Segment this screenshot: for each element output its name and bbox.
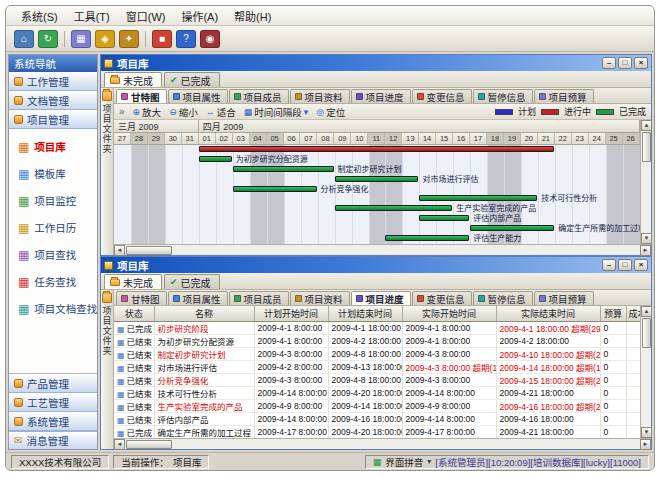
column-header[interactable]: 状态 xyxy=(114,306,154,321)
vertical-scrollbar[interactable]: ▲▼ xyxy=(640,306,651,438)
gantt-bar[interactable] xyxy=(335,176,419,182)
horizontal-scrollbar[interactable]: ◄► xyxy=(114,438,651,449)
view-tab-members[interactable]: 项目成员 xyxy=(229,89,289,103)
sidebar-section-doc-mgmt[interactable]: 文档管理 xyxy=(9,91,97,110)
view-tab-pauses[interactable]: 暂停信息 xyxy=(473,291,533,305)
sidebar-section-process-mgmt[interactable]: 工艺管理 xyxy=(9,393,97,412)
column-header[interactable]: 预算 xyxy=(600,306,626,321)
zoom-out-button[interactable]: ⊖缩小 xyxy=(169,105,198,119)
menu-item[interactable]: 帮助(H) xyxy=(227,6,278,26)
scroll-up-icon[interactable]: ▲ xyxy=(641,120,652,131)
task-row[interactable]: ▦已结束生产实验室完成的产品2009-4-9 8:00:002009-4-14 … xyxy=(114,399,640,412)
sidebar-item-project-search[interactable]: ▦项目查找 xyxy=(9,241,97,268)
view-tab-pauses[interactable]: 暂停信息 xyxy=(473,89,533,103)
view-tab-progress[interactable]: 项目进度 xyxy=(351,291,411,305)
time-interval-button[interactable]: ▦时间间隔段▾ xyxy=(244,105,309,119)
help-icon[interactable]: ? xyxy=(176,30,196,48)
window-titlebar[interactable]: 项目库–□× xyxy=(101,257,651,273)
ime-label[interactable]: 界面拼音 xyxy=(385,455,423,469)
view-tab-budget[interactable]: 项目预算 xyxy=(534,291,594,305)
sidebar-item-task-search[interactable]: ▦任务查找 xyxy=(9,268,97,295)
gantt-bar[interactable] xyxy=(419,215,469,221)
view-tab-materials[interactable]: 项目资料 xyxy=(290,89,350,103)
view-tab-properties[interactable]: 项目属性 xyxy=(168,291,228,305)
window-titlebar[interactable]: 项目库–□× xyxy=(101,55,651,71)
menu-item[interactable]: 工具(T) xyxy=(67,6,117,26)
gantt-bar[interactable] xyxy=(385,235,469,241)
task-row[interactable]: ▦已结束制定初步研究计划2009-4-3 8:00:002009-4-8 18:… xyxy=(114,347,640,360)
sidebar-section-product-mgmt[interactable]: 产品管理 xyxy=(9,374,97,393)
scroll-down-icon[interactable]: ▼ xyxy=(641,233,652,244)
close-button[interactable]: × xyxy=(634,259,648,271)
scroll-thumb[interactable] xyxy=(126,440,172,449)
maximize-button[interactable]: □ xyxy=(618,259,632,271)
task-row[interactable]: ▦已完成初步研究阶段2009-4-1 8:00:002009-4-1 18:00… xyxy=(114,321,640,334)
gantt-bar[interactable] xyxy=(419,195,537,201)
task-row[interactable]: ▦已结束对市场进行评估2009-4-2 8:00:002009-4-13 18:… xyxy=(114,360,640,373)
vertical-tab[interactable]: 项目文件夹 xyxy=(101,290,114,449)
menu-item[interactable]: 系统(S) xyxy=(14,6,65,26)
exit-icon[interactable]: ◉ xyxy=(200,30,220,48)
scroll-down-icon[interactable]: ▼ xyxy=(641,427,652,438)
gantt-bar[interactable] xyxy=(199,146,554,152)
stop-icon[interactable]: ■ xyxy=(152,30,172,48)
key-icon[interactable]: ✦ xyxy=(119,30,139,48)
windows-icon[interactable]: ▦ xyxy=(71,30,91,48)
gantt-bar[interactable] xyxy=(335,205,453,211)
folder-tab-unfinished[interactable]: 未完成 xyxy=(104,274,162,289)
sidebar-header[interactable]: 系统导航 xyxy=(9,55,97,72)
scroll-left-icon[interactable]: ◄ xyxy=(114,439,125,450)
sidebar-item-project-doc-search[interactable]: ▦项目文档查找 xyxy=(9,295,97,322)
scroll-left-icon[interactable]: ◄ xyxy=(114,245,125,256)
task-row[interactable]: ▦已完成确定生产所需的加工过程2009-4-17 8:00:002009-4-2… xyxy=(114,425,640,438)
task-row[interactable]: ▦已结束技术可行性分析2009-4-14 8:00:002009-4-20 18… xyxy=(114,386,640,399)
scroll-right-icon[interactable]: ► xyxy=(640,439,651,450)
gantt-bar[interactable] xyxy=(233,186,317,192)
column-header[interactable]: 计划结束时间 xyxy=(328,306,402,321)
view-tab-properties[interactable]: 项目属性 xyxy=(168,89,228,103)
folder-tab-unfinished[interactable]: 未完成 xyxy=(104,72,162,87)
sidebar-section-work-mgmt[interactable]: 工作管理 xyxy=(9,72,97,91)
view-tab-members[interactable]: 项目成员 xyxy=(229,291,289,305)
minimize-button[interactable]: – xyxy=(602,57,616,69)
task-row[interactable]: ▦已结束为初步研究分配资源2009-4-1 8:00:002009-4-2 18… xyxy=(114,334,640,347)
view-tab-changes[interactable]: 变更信息 xyxy=(412,291,472,305)
column-header[interactable]: 成本 xyxy=(626,306,640,321)
sidebar-item-template-library[interactable]: ▦模板库 xyxy=(9,160,97,187)
horizontal-scrollbar[interactable]: ◄► xyxy=(114,244,651,255)
fit-button[interactable]: ↔适合 xyxy=(206,105,236,119)
menu-item[interactable]: 窗口(W) xyxy=(119,6,173,26)
lock-icon[interactable]: ◈ xyxy=(95,30,115,48)
overflow-chevron-icon[interactable]: » xyxy=(119,106,125,117)
task-row[interactable]: ▦已结束分析竞争强化2009-4-3 8:00:002009-4-8 18:00… xyxy=(114,373,640,386)
vertical-tab[interactable]: 项目文件夹 xyxy=(101,88,114,255)
sidebar-section-project-mgmt[interactable]: 项目管理 xyxy=(9,110,97,129)
view-tab-changes[interactable]: 变更信息 xyxy=(412,89,472,103)
gantt-bar[interactable] xyxy=(199,156,232,162)
column-header[interactable]: 名称 xyxy=(154,306,254,321)
view-tab-gantt[interactable]: 甘特图 xyxy=(116,291,167,305)
view-tab-gantt[interactable]: 甘特图 xyxy=(116,89,167,103)
gantt-bar[interactable] xyxy=(233,166,334,172)
folder-tab-finished[interactable]: ✔已完成 xyxy=(164,274,220,289)
view-tab-progress[interactable]: 项目进度 xyxy=(351,89,411,103)
scroll-right-icon[interactable]: ► xyxy=(640,245,651,256)
minimize-button[interactable]: – xyxy=(602,259,616,271)
zoom-in-button[interactable]: ⊕放大 xyxy=(133,105,162,119)
ime-icon[interactable]: ▦ xyxy=(373,457,382,467)
sidebar-item-work-calendar[interactable]: ▦工作日历 xyxy=(9,214,97,241)
scroll-thumb[interactable] xyxy=(126,246,172,255)
column-header[interactable]: 实际结束时间 xyxy=(496,306,600,321)
close-button[interactable]: × xyxy=(634,57,648,69)
ime-dropdown-icon[interactable]: ▾ xyxy=(427,457,431,466)
system-icon[interactable]: ⌂ xyxy=(14,30,34,48)
task-row[interactable]: ▦已结束评估内部产品2009-4-14 8:00:002009-4-16 18:… xyxy=(114,412,640,425)
folder-tab-finished[interactable]: ✔已完成 xyxy=(164,72,220,87)
locate-button[interactable]: ◎定位 xyxy=(316,105,345,119)
gantt-bar[interactable] xyxy=(470,225,554,231)
column-header[interactable]: 实际开始时间 xyxy=(402,306,496,321)
sidebar-tab-message[interactable]: ✉ 消息管理 xyxy=(9,431,97,449)
view-tab-materials[interactable]: 项目资料 xyxy=(290,291,350,305)
sidebar-item-project-library[interactable]: ▦项目库 xyxy=(9,133,97,160)
refresh-icon[interactable]: ↻ xyxy=(38,30,58,48)
